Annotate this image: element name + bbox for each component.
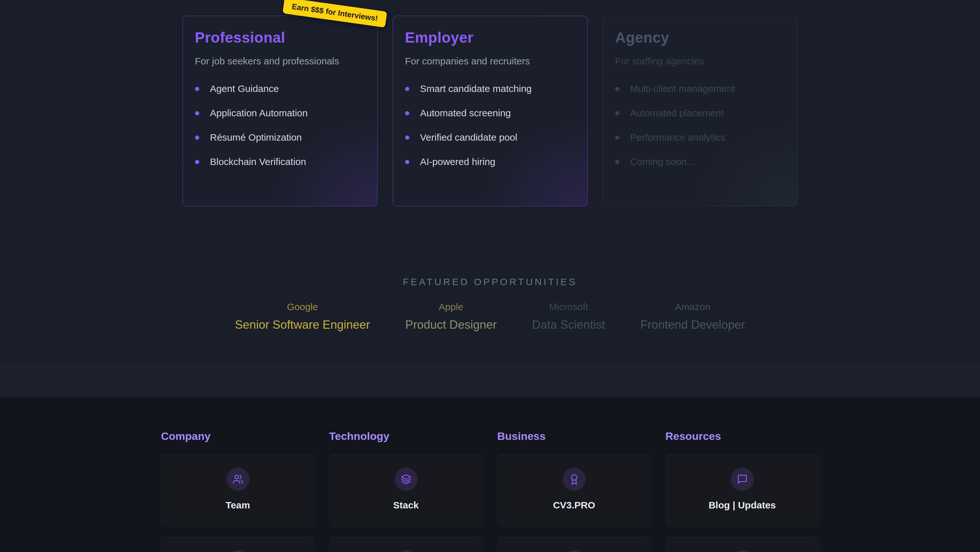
footer-card-label: CV3.PRO [553, 500, 595, 511]
featured-opportunities-section: FEATURED OPPORTUNITIES Google Senior Sof… [0, 238, 980, 366]
plan-feature: AI-powered hiring [405, 156, 575, 167]
bullet-dot-icon [405, 160, 409, 164]
plans-section: Earn $$$ for Interviews! Professional Fo… [0, 0, 980, 238]
plans-row: Professional For job seekers and profess… [183, 0, 798, 206]
bullet-dot-icon [405, 136, 409, 140]
plan-feature-label: Application Automation [210, 108, 308, 118]
footer-card-partial[interactable] [161, 537, 315, 552]
bullet-dot-icon [405, 87, 409, 91]
plan-feature-label: Smart candidate matching [420, 83, 532, 94]
plan-feature: Automated placement [615, 108, 785, 118]
plan-feature: Smart candidate matching [405, 83, 575, 94]
plan-feature-list: Smart candidate matching Automated scree… [405, 83, 575, 167]
plan-card-agency: Agency For staffing agencies Multi-clien… [603, 16, 798, 206]
featured-heading: FEATURED OPPORTUNITIES [0, 238, 980, 287]
plan-subtitle: For staffing agencies [615, 56, 785, 67]
job-company: Apple [405, 302, 497, 313]
plan-feature: Automated screening [405, 108, 575, 118]
plan-feature-label: Agent Guidance [210, 83, 279, 94]
plan-feature-label: AI-powered hiring [420, 156, 495, 167]
hidden-icon [731, 550, 754, 552]
layers-icon [395, 468, 418, 491]
job-role: Data Scientist [532, 318, 605, 332]
featured-job[interactable]: Google Senior Software Engineer [235, 302, 370, 332]
footer-heading-business: Business [497, 430, 651, 442]
plan-feature: Application Automation [195, 108, 365, 118]
users-icon [226, 468, 250, 491]
footer-card-partial[interactable] [665, 537, 819, 552]
plan-feature-label: Verified candidate pool [420, 132, 517, 143]
footer-card-team[interactable]: Team [161, 455, 315, 527]
plan-feature: Résumé Optimization [195, 132, 365, 143]
job-role: Product Designer [405, 318, 497, 332]
plan-card-professional[interactable]: Professional For job seekers and profess… [183, 16, 378, 206]
bullet-dot-icon [615, 136, 619, 140]
plan-feature-list: Agent Guidance Application Automation Ré… [195, 83, 365, 167]
bullet-dot-icon [405, 111, 409, 115]
featured-job[interactable]: Apple Product Designer [405, 302, 497, 332]
bullet-dot-icon [615, 87, 619, 91]
plan-feature-label: Blockchain Verification [210, 156, 306, 167]
plan-subtitle: For job seekers and professionals [195, 56, 365, 67]
plan-title: Employer [405, 29, 575, 46]
plan-feature-label: Résumé Optimization [210, 132, 302, 143]
footer-heading-resources: Resources [665, 430, 819, 442]
featured-jobs-row: Google Senior Software Engineer Apple Pr… [0, 302, 980, 332]
footer-cards-row-partial [161, 537, 819, 552]
job-company: Amazon [640, 302, 745, 313]
bullet-dot-icon [615, 111, 619, 115]
job-company: Microsoft [532, 302, 605, 313]
footer-card-label: Blog | Updates [708, 500, 776, 511]
bullet-dot-icon [195, 160, 199, 164]
plan-feature: Verified candidate pool [405, 132, 575, 143]
footer-card-stack[interactable]: Stack [329, 455, 483, 527]
hidden-icon [563, 550, 586, 552]
footer-heading-technology: Technology [329, 430, 483, 442]
plan-feature-list: Multi-client management Automated placem… [615, 83, 785, 167]
plan-feature: Coming soon... [615, 156, 785, 167]
plan-subtitle: For companies and recruiters [405, 56, 575, 67]
footer-card-label: Stack [393, 500, 418, 511]
plan-feature-label: Performance analytics [630, 132, 725, 143]
bullet-dot-icon [195, 136, 199, 140]
featured-job[interactable]: Amazon Frontend Developer [640, 302, 745, 332]
footer-heading-company: Company [161, 430, 315, 442]
speech-bubble-icon [731, 468, 754, 491]
footer-inner: Company Technology Business Resources Te… [161, 397, 819, 552]
plan-feature: Multi-client management [615, 83, 785, 94]
bullet-dot-icon [195, 87, 199, 91]
bullet-dot-icon [195, 111, 199, 115]
footer-card-cv3pro[interactable]: CV3.PRO [497, 455, 651, 527]
bullet-dot-icon [615, 160, 619, 164]
plan-feature-label: Coming soon... [630, 156, 695, 167]
footer-cards-row: Team Stack CV3.PRO [161, 455, 819, 527]
footer-card-label: Team [226, 500, 250, 511]
job-role: Frontend Developer [640, 318, 745, 332]
plan-title: Agency [615, 29, 785, 46]
plan-feature: Agent Guidance [195, 83, 365, 94]
plan-title: Professional [195, 29, 365, 46]
footer-card-partial[interactable] [497, 537, 651, 552]
job-role: Senior Software Engineer [235, 318, 370, 332]
plan-card-employer[interactable]: Employer For companies and recruiters Sm… [393, 16, 588, 206]
plan-feature: Blockchain Verification [195, 156, 365, 167]
hidden-icon [395, 550, 418, 552]
footer: Company Technology Business Resources Te… [0, 397, 980, 552]
award-icon [563, 468, 586, 491]
featured-job[interactable]: Microsoft Data Scientist [532, 302, 605, 332]
plan-feature: Performance analytics [615, 132, 785, 143]
hidden-icon [226, 550, 250, 552]
job-company: Google [235, 302, 370, 313]
plan-feature-label: Automated placement [630, 108, 724, 118]
footer-card-blog[interactable]: Blog | Updates [665, 455, 819, 527]
spacer-strip [0, 366, 980, 397]
plan-feature-label: Automated screening [420, 108, 511, 118]
plan-feature-label: Multi-client management [630, 83, 735, 94]
footer-card-partial[interactable] [329, 537, 483, 552]
footer-headings-row: Company Technology Business Resources [161, 430, 819, 442]
